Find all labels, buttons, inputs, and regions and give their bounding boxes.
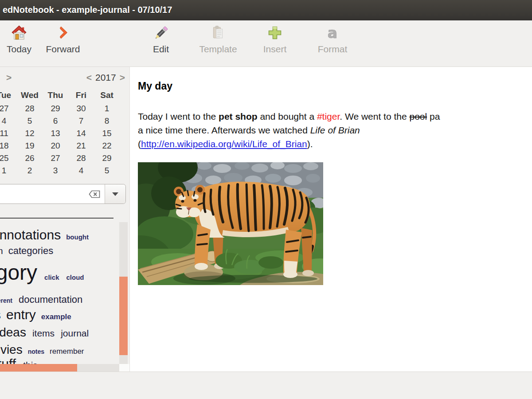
clipboard-icon — [209, 24, 227, 42]
year-nav: < 2017 > — [86, 71, 125, 84]
cloud-word[interactable]: remember — [50, 347, 84, 356]
calendar-day[interactable]: 15 — [94, 127, 120, 140]
calendar-day[interactable]: 8 — [94, 115, 120, 127]
entry-heading: My day — [138, 80, 172, 92]
calendar-day[interactable]: 2 — [17, 164, 43, 177]
cloud-word[interactable]: categories — [8, 245, 54, 257]
calendar-nav: > < 2017 > — [0, 71, 129, 85]
cloud-word[interactable]: click — [44, 274, 59, 281]
calendar-day[interactable]: 7 — [68, 115, 94, 127]
text-segment: ( — [138, 139, 141, 149]
calendar-day[interactable]: 27 — [0, 102, 17, 115]
letter-a-icon: a — [324, 24, 341, 42]
cloud-horizontal-scrollbar[interactable] — [0, 364, 119, 372]
calendar-day[interactable]: 21 — [68, 140, 94, 152]
calendar-day[interactable]: 20 — [43, 140, 68, 152]
cloud-word[interactable]: journal — [61, 328, 89, 339]
forward-button[interactable]: Forward — [43, 24, 83, 55]
next-month-arrow-icon[interactable]: > — [6, 71, 12, 84]
day-header: Wed — [17, 89, 43, 102]
calendar-day[interactable]: 29 — [43, 102, 68, 115]
next-year-arrow-icon[interactable]: > — [120, 71, 125, 84]
plus-icon — [266, 24, 284, 42]
cloud-word[interactable]: items — [32, 328, 55, 339]
calendar-day[interactable]: 5 — [17, 115, 43, 127]
text-segment: . We went to the — [340, 111, 409, 121]
wikipedia-link[interactable]: http://en.wikipedia.org/wiki/Life_of_Bri… — [141, 139, 307, 149]
calendar-week-row: 25 26 27 28 29 — [0, 152, 120, 164]
hashtag-text: #tiger — [317, 111, 340, 121]
horizontal-scrollbar-thumb[interactable] — [0, 364, 77, 372]
forward-icon — [54, 24, 72, 42]
cloud-word[interactable]: different — [0, 297, 12, 304]
cloud-word[interactable]: bought — [66, 233, 89, 241]
vertical-scrollbar-thumb[interactable] — [119, 277, 128, 355]
today-button[interactable]: Today — [0, 24, 38, 55]
insert-label: Insert — [263, 44, 287, 55]
calendar-day[interactable]: 29 — [94, 152, 120, 164]
cloud-word[interactable]: example — [41, 313, 71, 321]
search-dropdown-button[interactable] — [105, 184, 125, 203]
calendar-day[interactable]: 3 — [43, 164, 68, 177]
cloud-word[interactable]: movies — [0, 343, 23, 357]
insert-button[interactable]: Insert — [253, 24, 297, 55]
cloud-row: different documentation — [0, 294, 82, 305]
chevron-down-icon — [112, 192, 118, 196]
calendar-day[interactable]: 6 — [43, 115, 68, 127]
calendar-day[interactable]: 13 — [43, 127, 68, 140]
cloud-word[interactable]: cloud — [66, 274, 84, 281]
calendar-day[interactable]: 18 — [0, 140, 17, 152]
cloud-word[interactable]: ideas — [0, 325, 26, 340]
calendar-day[interactable]: 1 — [0, 164, 17, 177]
calendar-day[interactable]: 25 — [0, 152, 17, 164]
calendar-day[interactable]: 14 — [68, 127, 94, 140]
scrollbar-corner — [119, 364, 129, 372]
entry-line: a nice time there. Afterwards we watched… — [138, 123, 440, 137]
tiger-photo — [138, 162, 323, 285]
calendar-day[interactable]: 5 — [94, 164, 120, 177]
home-icon — [10, 24, 28, 42]
calendar-day[interactable]: 27 — [43, 152, 68, 164]
calendar-day[interactable]: 30 — [68, 102, 94, 115]
cloud-row: category click cloud — [0, 260, 84, 285]
clear-search-icon[interactable] — [88, 188, 101, 201]
calendar-day[interactable]: 11 — [0, 127, 17, 140]
cloud-word[interactable]: entries — [0, 307, 1, 322]
calendar: Tue Wed Thu Fri Sat 27 28 29 30 1 4 5 6 … — [0, 89, 120, 177]
toolbar: Today Forward — [0, 20, 532, 66]
edit-button[interactable]: Edit — [141, 24, 181, 55]
title-bar[interactable]: edNotebook - example-journal - 07/10/17 — [0, 0, 532, 20]
cloud-word[interactable]: documentation — [19, 294, 82, 305]
cloud-row: brian categories — [0, 245, 53, 257]
template-label: Template — [199, 44, 237, 55]
calendar-day[interactable]: 12 — [17, 127, 43, 140]
cloud-word[interactable]: notes — [28, 348, 44, 355]
cloud-word[interactable]: entry — [6, 307, 36, 322]
entry-line: (http://en.wikipedia.org/wiki/Life_of_Br… — [138, 137, 440, 151]
calendar-day-headers: Tue Wed Thu Fri Sat — [0, 89, 120, 102]
calendar-day[interactable]: 28 — [17, 102, 43, 115]
text-segment: Today I went to the — [138, 111, 219, 121]
format-label: Format — [318, 44, 348, 55]
cloud-word[interactable]: annotations — [0, 227, 61, 243]
prev-year-arrow-icon[interactable]: < — [86, 71, 92, 84]
text-segment: and bought a — [258, 111, 317, 121]
calendar-day[interactable]: 26 — [17, 152, 43, 164]
calendar-day[interactable]: 28 — [68, 152, 94, 164]
calendar-day[interactable]: 4 — [0, 115, 17, 127]
calendar-week-row: 11 12 13 14 15 — [0, 127, 120, 140]
format-button[interactable]: a Format — [310, 24, 355, 55]
search-input[interactable] — [0, 184, 88, 203]
calendar-day[interactable]: 19 — [17, 140, 43, 152]
text-segment: pa — [427, 111, 440, 121]
bold-text: pet shop — [219, 111, 258, 121]
calendar-day[interactable]: 22 — [94, 140, 120, 152]
template-button[interactable]: Template — [191, 24, 246, 55]
calendar-day[interactable]: 1 — [94, 102, 120, 115]
cloud-vertical-scrollbar[interactable] — [119, 222, 128, 365]
cloud-word[interactable]: brian — [0, 246, 3, 256]
calendar-day[interactable]: 4 — [68, 164, 94, 177]
cloud-row: annotations bought — [0, 227, 89, 243]
cloud-word[interactable]: category — [0, 260, 37, 285]
calendar-week-row: 1 2 3 4 5 — [0, 164, 120, 177]
